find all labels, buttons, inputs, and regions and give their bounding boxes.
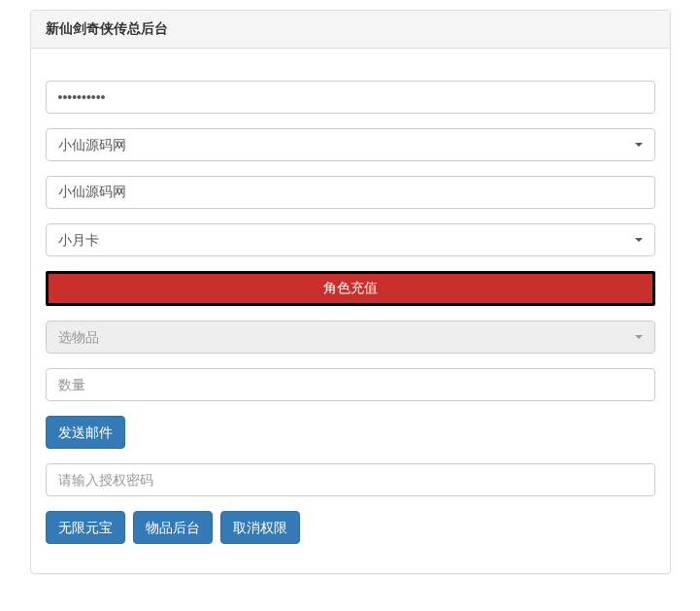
item-backend-button[interactable]: 物品后台 [133, 511, 213, 544]
item-select[interactable]: 选物品 [46, 321, 655, 354]
server-select-label: 小仙源码网 [58, 135, 126, 154]
item-select-placeholder: 选物品 [58, 327, 99, 347]
panel-title: 新仙剑奇侠传总后台 [31, 11, 670, 49]
password-input[interactable] [46, 81, 655, 114]
admin-panel: 新仙剑奇侠传总后台 小仙源码网 小月卡 角色充值 选物品 [30, 10, 671, 574]
recharge-button[interactable]: 角色充值 [46, 271, 655, 306]
name-input[interactable] [46, 176, 655, 209]
caret-down-icon [635, 143, 643, 147]
send-mail-button[interactable]: 发送邮件 [46, 416, 125, 449]
caret-down-icon [635, 238, 643, 242]
server-select[interactable]: 小仙源码网 [46, 128, 655, 161]
caret-down-icon [635, 335, 643, 339]
quantity-input[interactable] [46, 368, 655, 401]
auth-password-input[interactable] [46, 463, 655, 496]
unlimited-gold-button[interactable]: 无限元宝 [46, 511, 125, 544]
card-select-label: 小月卡 [58, 230, 99, 250]
cancel-permission-button[interactable]: 取消权限 [220, 511, 300, 544]
panel-body: 小仙源码网 小月卡 角色充值 选物品 发送邮件 [31, 49, 670, 573]
card-select[interactable]: 小月卡 [46, 223, 655, 256]
